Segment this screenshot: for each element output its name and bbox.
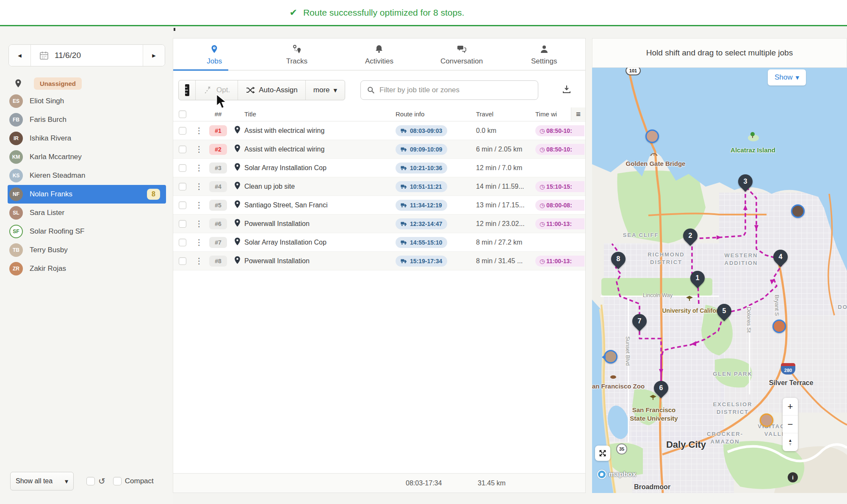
mapbox-logo[interactable]: mapbox bbox=[597, 470, 636, 479]
table-row[interactable]: ⋮ #1 Assist with electrical wiring 08:03… bbox=[173, 121, 585, 140]
team-member-row[interactable]: NF Nolan Franks 8 bbox=[8, 185, 166, 204]
route-stop-marker[interactable]: 3 bbox=[735, 171, 756, 192]
worker-location-avatar[interactable] bbox=[772, 319, 786, 333]
date-picker[interactable]: 11/6/20 bbox=[31, 45, 143, 66]
row-checkbox[interactable] bbox=[179, 201, 186, 209]
tab-jobs[interactable]: Jobs bbox=[173, 39, 256, 70]
table-row[interactable]: ⋮ #3 Solar Array Installation Cop 10:21-… bbox=[173, 159, 585, 177]
zoom-in-button[interactable]: + bbox=[783, 398, 798, 416]
team-member-row[interactable]: IR Ishika Rivera bbox=[8, 129, 166, 148]
table-row[interactable]: ⋮ #4 Clean up job site 10:51-11:21 14 mi… bbox=[173, 177, 585, 196]
tab-activities[interactable]: Activities bbox=[338, 39, 421, 70]
col-title[interactable]: Title bbox=[244, 110, 396, 118]
job-title[interactable]: Assist with electrical wiring bbox=[244, 146, 396, 153]
history-checkbox[interactable] bbox=[86, 477, 95, 485]
ruler-button[interactable] bbox=[179, 80, 196, 100]
row-checkbox[interactable] bbox=[179, 220, 186, 228]
location-pin-icon[interactable] bbox=[230, 237, 244, 248]
pitch-toggle-button[interactable]: ▲ ▼ bbox=[783, 433, 798, 451]
team-member-row[interactable]: KS Kieren Steadman bbox=[8, 166, 166, 185]
job-title[interactable]: Solar Array Installation Cop bbox=[244, 239, 396, 246]
row-checkbox[interactable] bbox=[179, 146, 186, 153]
route-stop-marker[interactable]: 4 bbox=[770, 247, 791, 267]
route-time-badge[interactable]: 14:55-15:10 bbox=[396, 237, 447, 248]
route-time-badge[interactable]: 10:51-11:21 bbox=[396, 181, 447, 192]
row-checkbox[interactable] bbox=[179, 257, 186, 265]
row-checkbox[interactable] bbox=[179, 127, 186, 135]
history-icon[interactable]: ↺ bbox=[98, 476, 105, 486]
prev-day-button[interactable]: ◀ bbox=[9, 45, 31, 66]
route-stop-marker[interactable]: 7 bbox=[629, 311, 650, 331]
teams-select[interactable]: Show all tea ▾ bbox=[10, 472, 74, 490]
unassigned-row[interactable]: Unassigned bbox=[14, 75, 173, 92]
route-time-badge[interactable]: 08:03-09:03 bbox=[396, 125, 447, 136]
location-pin-icon[interactable] bbox=[230, 125, 244, 136]
col-travel[interactable]: Travel bbox=[472, 110, 535, 118]
select-all-checkbox[interactable] bbox=[179, 110, 186, 118]
team-member-row[interactable]: ES Eliot Singh bbox=[8, 92, 166, 110]
kebab-menu-icon[interactable]: ⋮ bbox=[192, 163, 206, 173]
route-time-badge[interactable]: 09:09-10:09 bbox=[396, 144, 447, 155]
worker-location-avatar[interactable] bbox=[760, 413, 773, 427]
col-route-info[interactable]: Route info bbox=[396, 110, 472, 118]
team-member-row[interactable]: ZR Zakir Rojas bbox=[8, 259, 166, 278]
tab-conversation[interactable]: Conversation bbox=[421, 39, 503, 70]
route-time-badge[interactable]: 12:32-14:47 bbox=[396, 218, 447, 229]
job-title[interactable]: Clean up job site bbox=[244, 183, 396, 190]
route-time-badge[interactable]: 11:34-12:19 bbox=[396, 200, 447, 211]
route-time-badge[interactable]: 10:21-10:36 bbox=[396, 162, 447, 174]
fullscreen-button[interactable] bbox=[595, 446, 610, 461]
route-time-badge[interactable]: 15:19-17:34 bbox=[396, 256, 447, 267]
location-pin-icon[interactable] bbox=[230, 162, 244, 173]
table-row[interactable]: ⋮ #5 Santiago Street, San Franci 11:34-1… bbox=[173, 196, 585, 215]
zoom-out-button[interactable]: − bbox=[783, 416, 798, 433]
compact-checkbox[interactable] bbox=[113, 477, 122, 485]
worker-location-avatar[interactable] bbox=[604, 350, 617, 364]
location-pin-icon[interactable] bbox=[230, 200, 244, 210]
download-button[interactable] bbox=[562, 84, 572, 96]
map-info-button[interactable]: i bbox=[788, 472, 798, 482]
job-title[interactable]: Powerwall Installation bbox=[244, 220, 396, 228]
team-member-row[interactable]: SL Sara Lister bbox=[8, 204, 166, 222]
team-member-row[interactable]: KM Karla Mccartney bbox=[8, 148, 166, 166]
route-stop-marker[interactable]: 2 bbox=[680, 226, 700, 246]
worker-location-avatar[interactable] bbox=[791, 204, 805, 218]
team-member-row[interactable]: SF Solar Roofing SF bbox=[8, 222, 166, 241]
kebab-menu-icon[interactable]: ⋮ bbox=[192, 200, 206, 210]
kebab-menu-icon[interactable]: ⋮ bbox=[192, 256, 206, 266]
location-pin-icon[interactable] bbox=[230, 181, 244, 192]
kebab-menu-icon[interactable]: ⋮ bbox=[192, 237, 206, 247]
map[interactable]: Golden Gate Bridge Alcatraz Island SEA C… bbox=[592, 68, 847, 493]
row-checkbox[interactable] bbox=[179, 164, 186, 172]
kebab-menu-icon[interactable]: ⋮ bbox=[192, 126, 206, 135]
job-title[interactable]: Assist with electrical wiring bbox=[244, 127, 396, 135]
location-pin-icon[interactable] bbox=[230, 144, 244, 154]
auto-assign-button[interactable]: Auto-Assign bbox=[238, 80, 306, 100]
team-member-row[interactable]: FB Faris Burch bbox=[8, 110, 166, 129]
team-member-row[interactable]: TB Terry Busby bbox=[8, 241, 166, 259]
location-pin-icon[interactable] bbox=[230, 256, 244, 266]
row-checkbox[interactable] bbox=[179, 183, 186, 190]
location-pin-icon[interactable] bbox=[230, 218, 244, 229]
tab-tracks[interactable]: Tracks bbox=[256, 39, 338, 70]
job-title[interactable]: Powerwall Installation bbox=[244, 257, 396, 265]
kebab-menu-icon[interactable]: ⋮ bbox=[192, 219, 206, 229]
job-title[interactable]: Santiago Street, San Franci bbox=[244, 201, 396, 209]
filter-input[interactable]: Filter by job title or zones bbox=[360, 80, 538, 100]
table-row[interactable]: ⋮ #7 Solar Array Installation Cop 14:55-… bbox=[173, 233, 585, 252]
kebab-menu-icon[interactable]: ⋮ bbox=[192, 182, 206, 191]
job-title[interactable]: Solar Array Installation Cop bbox=[244, 164, 396, 172]
kebab-menu-icon[interactable]: ⋮ bbox=[192, 144, 206, 154]
route-stop-marker[interactable]: 8 bbox=[608, 249, 628, 269]
map-show-button[interactable]: Show ▾ bbox=[768, 69, 806, 85]
next-day-button[interactable]: ▶ bbox=[143, 45, 165, 66]
row-checkbox[interactable] bbox=[179, 239, 186, 246]
route-stop-marker[interactable]: 5 bbox=[714, 301, 734, 321]
more-button[interactable]: more ▾ bbox=[306, 80, 345, 100]
worker-location-avatar[interactable] bbox=[645, 129, 659, 143]
route-stop-marker[interactable]: 6 bbox=[651, 378, 671, 398]
table-row[interactable]: ⋮ #2 Assist with electrical wiring 09:09… bbox=[173, 140, 585, 159]
tab-settings[interactable]: Settings bbox=[503, 39, 585, 70]
table-row[interactable]: ⋮ #8 Powerwall Installation 15:19-17:34 … bbox=[173, 252, 585, 270]
table-row[interactable]: ⋮ #6 Powerwall Installation 12:32-14:47 … bbox=[173, 215, 585, 233]
